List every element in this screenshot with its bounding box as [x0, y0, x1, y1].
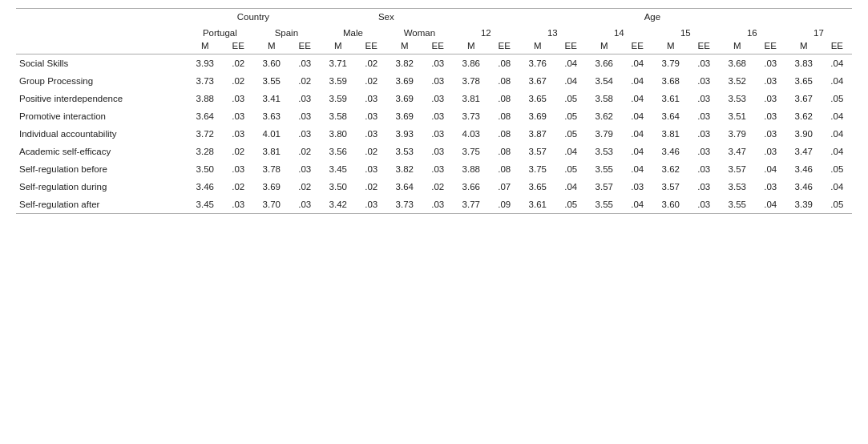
row-label: Self-regulation during [16, 178, 187, 196]
cell-value: 3.75 [519, 160, 556, 178]
cell-value: 3.79 [652, 54, 689, 73]
cell-value: .03 [224, 196, 253, 214]
cell-value: 3.57 [719, 160, 756, 178]
cell-value: 3.55 [719, 196, 756, 214]
cell-value: .08 [490, 125, 519, 143]
col-ee-5: EE [490, 39, 519, 54]
cell-value: 3.71 [320, 54, 357, 73]
cell-value: .03 [756, 143, 785, 160]
cell-value: 3.86 [453, 54, 490, 73]
cell-value: .04 [822, 178, 852, 196]
cell-value: 3.51 [719, 107, 756, 125]
cell-value: .03 [290, 196, 320, 214]
cell-value: .02 [357, 72, 386, 90]
col-ee-10: EE [822, 39, 852, 54]
cell-value: 3.68 [652, 72, 689, 90]
cell-value: 3.58 [320, 107, 357, 125]
cell-value: .08 [490, 72, 519, 90]
cell-value: 3.69 [386, 90, 423, 107]
cell-value: 3.87 [519, 125, 556, 143]
empty-header-cell [16, 9, 187, 26]
cell-value: 3.46 [652, 143, 689, 160]
woman-header: Woman [386, 25, 453, 39]
cell-value: 3.77 [453, 196, 490, 214]
cell-value: 3.61 [519, 196, 556, 214]
cell-value: .04 [623, 90, 652, 107]
cell-value: 3.41 [253, 90, 290, 107]
cell-value: 3.65 [785, 72, 822, 90]
cell-value: 3.57 [652, 178, 689, 196]
portugal-header: Portugal [187, 25, 253, 39]
cell-value: .05 [822, 160, 852, 178]
cell-value: .03 [357, 160, 386, 178]
cell-value: 3.46 [785, 160, 822, 178]
cell-value: .04 [623, 143, 652, 160]
col-ee-7: EE [623, 39, 652, 54]
cell-value: .03 [290, 107, 320, 125]
cell-value: .08 [490, 160, 519, 178]
cell-value: .03 [224, 90, 253, 107]
cell-value: .03 [689, 160, 719, 178]
cell-value: 3.55 [586, 160, 623, 178]
cell-value: .04 [822, 72, 852, 90]
table-row: Group Processing3.73.023.55.023.59.023.6… [16, 72, 852, 90]
cell-value: .02 [290, 178, 320, 196]
cell-value: .03 [689, 196, 719, 214]
cell-value: .04 [822, 143, 852, 160]
cell-value: 3.72 [187, 125, 224, 143]
cell-value: 3.63 [253, 107, 290, 125]
mee-header-row: M EE M EE M EE M EE M EE M EE M EE M EE … [16, 39, 852, 54]
cell-value: 3.57 [586, 178, 623, 196]
age15-header: 15 [652, 25, 719, 39]
cell-value: .04 [822, 107, 852, 125]
cell-value: .03 [756, 90, 785, 107]
cell-value: 3.75 [453, 143, 490, 160]
col-ee-4: EE [423, 39, 453, 54]
cell-value: .04 [623, 160, 652, 178]
row-label: Positive interdependence [16, 90, 187, 107]
sex-group-header: Sex [320, 9, 453, 26]
age13-header: 13 [519, 25, 586, 39]
col-m-4: M [386, 39, 423, 54]
cell-value: .03 [224, 107, 253, 125]
cell-value: 3.45 [320, 160, 357, 178]
cell-value: 3.28 [187, 143, 224, 160]
row-label: Self-regulation after [16, 196, 187, 214]
cell-value: .02 [357, 143, 386, 160]
cell-value: .04 [822, 54, 852, 73]
cell-value: .04 [756, 160, 785, 178]
cell-value: .03 [423, 143, 453, 160]
cell-value: 3.62 [652, 160, 689, 178]
cell-value: .02 [290, 143, 320, 160]
cell-value: .08 [490, 54, 519, 73]
cell-value: 3.64 [386, 178, 423, 196]
cell-value: 3.46 [187, 178, 224, 196]
cell-value: 3.47 [785, 143, 822, 160]
empty-mee [16, 39, 187, 54]
cell-value: 3.69 [386, 107, 423, 125]
table-row: Self-regulation after3.45.033.70.033.42.… [16, 196, 852, 214]
cell-value: .02 [224, 72, 253, 90]
cell-value: 3.82 [386, 54, 423, 73]
table-row: Social Skills3.93.023.60.033.71.023.82.0… [16, 54, 852, 73]
cell-value: .07 [490, 178, 519, 196]
cell-value: 3.52 [719, 72, 756, 90]
cell-value: 4.03 [453, 125, 490, 143]
col-ee-9: EE [756, 39, 785, 54]
cell-value: 3.42 [320, 196, 357, 214]
cell-value: .03 [689, 54, 719, 73]
cell-value: 3.59 [320, 90, 357, 107]
table-wrapper: Country Sex Age Portugal Spain Male Woma… [16, 8, 852, 214]
cell-value: 3.62 [785, 107, 822, 125]
cell-value: .08 [490, 90, 519, 107]
cell-value: 3.69 [386, 72, 423, 90]
row-label: Individual accountability [16, 125, 187, 143]
table-row: Self-regulation during3.46.023.69.023.50… [16, 178, 852, 196]
col-ee-2: EE [290, 39, 320, 54]
cell-value: 3.59 [320, 72, 357, 90]
cell-value: .03 [689, 90, 719, 107]
col-m-1: M [187, 39, 224, 54]
row-label: Academic self-efficacy [16, 143, 187, 160]
cell-value: .03 [423, 72, 453, 90]
cell-value: 3.62 [586, 107, 623, 125]
